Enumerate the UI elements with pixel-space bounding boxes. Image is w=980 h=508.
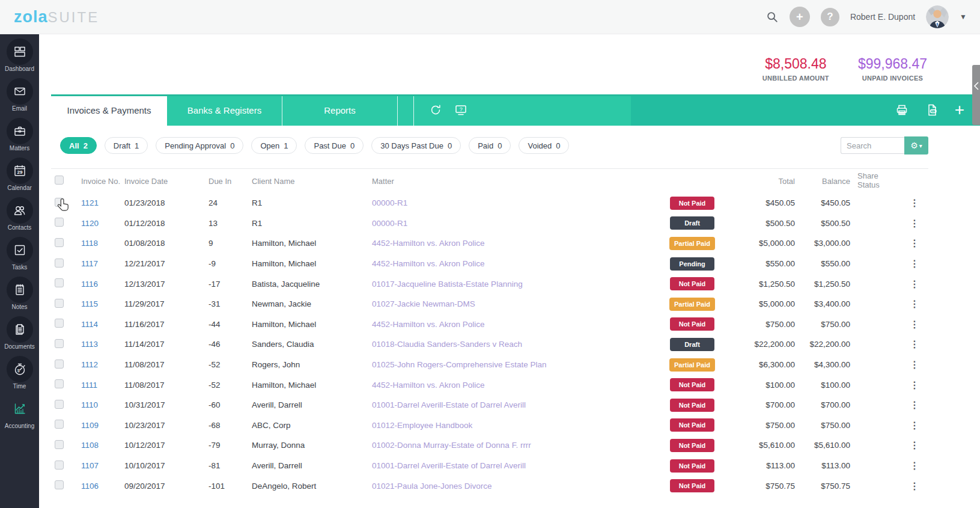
- invoice-link[interactable]: 1107: [81, 461, 99, 470]
- row-checkbox[interactable]: [55, 461, 64, 470]
- add-button[interactable]: +: [790, 7, 810, 27]
- matter-link[interactable]: 4452-Hamilton vs. Akron Police: [372, 239, 485, 248]
- filter-pending-approval[interactable]: Pending Approval0: [156, 137, 243, 154]
- sidebar-item-time[interactable]: $Time: [0, 356, 39, 396]
- help-button[interactable]: ?: [821, 8, 839, 26]
- row-checkbox[interactable]: [55, 420, 64, 429]
- filter-open[interactable]: Open1: [251, 137, 297, 154]
- refresh-icon[interactable]: [428, 103, 443, 117]
- avatar[interactable]: [926, 5, 949, 28]
- invoice-link[interactable]: 1116: [81, 280, 98, 289]
- filter-30-days-past-due[interactable]: 30 Days Past Due0: [371, 137, 461, 154]
- invoice-link[interactable]: 1106: [81, 482, 99, 491]
- invoice-link[interactable]: 1120: [81, 219, 99, 228]
- row-checkbox[interactable]: [55, 259, 64, 268]
- matter-link[interactable]: 01001-Darrel Averill-Estate of Darrel Av…: [372, 461, 526, 470]
- filter-all[interactable]: All2: [60, 137, 97, 154]
- matter-link[interactable]: 01018-Claudia Sanders-Sanders v Reach: [372, 340, 522, 349]
- invoice-link[interactable]: 1113: [81, 340, 98, 349]
- panel-collapse-handle[interactable]: [972, 65, 980, 125]
- matter-link[interactable]: 01002-Donna Murray-Estate of Donna F. rr…: [372, 441, 531, 450]
- row-menu-icon[interactable]: ⋮: [910, 420, 919, 430]
- tab-reports[interactable]: Reports: [282, 94, 398, 126]
- sidebar-item-dashboard[interactable]: Dashboard: [0, 38, 39, 78]
- new-invoice-icon[interactable]: +: [955, 103, 964, 117]
- row-checkbox[interactable]: [55, 440, 64, 449]
- row-menu-icon[interactable]: ⋮: [910, 218, 919, 228]
- row-menu-icon[interactable]: ⋮: [910, 360, 919, 370]
- row-menu-icon[interactable]: ⋮: [910, 380, 919, 390]
- row-menu-icon[interactable]: ⋮: [910, 481, 919, 491]
- invoice-link[interactable]: 1114: [81, 320, 98, 329]
- row-menu-icon[interactable]: ⋮: [910, 238, 919, 248]
- row-menu-icon[interactable]: ⋮: [910, 279, 919, 289]
- matter-link[interactable]: 4452-Hamilton vs. Akron Police: [372, 381, 485, 390]
- matter-link[interactable]: 01017-Jacqueline Batista-Estate Planning: [372, 280, 523, 289]
- row-checkbox[interactable]: [55, 218, 64, 227]
- row-checkbox[interactable]: [55, 480, 64, 489]
- row-menu-icon[interactable]: ⋮: [910, 299, 919, 309]
- matter-link[interactable]: 00000-R1: [372, 198, 407, 207]
- sidebar-item-notes[interactable]: Notes: [0, 277, 39, 316]
- print-icon[interactable]: [895, 103, 909, 117]
- filter-label: Open: [260, 141, 279, 150]
- filter-paid[interactable]: Paid0: [469, 137, 511, 154]
- invoice-link[interactable]: 1111: [81, 381, 97, 390]
- row-menu-icon[interactable]: ⋮: [910, 339, 919, 349]
- matter-link[interactable]: 4452-Hamilton vs. Akron Police: [372, 320, 485, 329]
- tab-banks-registers[interactable]: Banks & Registers: [167, 94, 282, 126]
- row-checkbox[interactable]: [55, 198, 64, 207]
- search-icon[interactable]: [765, 10, 779, 23]
- row-checkbox[interactable]: [55, 278, 64, 287]
- row-menu-icon[interactable]: ⋮: [910, 259, 919, 269]
- sidebar-item-calendar[interactable]: 29Calendar: [0, 158, 39, 197]
- sidebar-item-email[interactable]: Email: [0, 78, 39, 118]
- invoice-link[interactable]: 1115: [81, 299, 98, 308]
- row-checkbox[interactable]: [55, 400, 64, 409]
- invoice-link[interactable]: 1117: [81, 259, 98, 268]
- matter-link[interactable]: 01001-Darrel Averill-Estate of Darrel Av…: [372, 400, 526, 409]
- matter-link[interactable]: 01012-Employee Handbook: [372, 421, 472, 430]
- logo-primary: zola: [14, 8, 48, 26]
- row-menu-icon[interactable]: ⋮: [910, 440, 919, 450]
- matter-link[interactable]: 01027-Jackie Newman-DMS: [372, 299, 475, 308]
- invoice-link[interactable]: 1118: [81, 239, 98, 248]
- sidebar-item-accounting[interactable]: Accounting: [0, 396, 39, 435]
- row-menu-icon[interactable]: ⋮: [910, 319, 919, 329]
- invoice-link[interactable]: 1110: [81, 400, 98, 409]
- client-name: Sanders, Claudia: [248, 340, 368, 349]
- row-checkbox[interactable]: [55, 319, 64, 328]
- select-all-checkbox[interactable]: [55, 176, 64, 185]
- matter-link[interactable]: 01021-Paula Jone-Jones Divorce: [372, 482, 492, 491]
- row-checkbox[interactable]: [55, 379, 64, 388]
- tab-invoices-payments[interactable]: Invoices & Payments: [51, 94, 167, 126]
- user-menu-caret-icon[interactable]: ▼: [960, 13, 967, 21]
- invoice-link[interactable]: 1108: [81, 441, 99, 450]
- invoice-link[interactable]: 1112: [81, 360, 98, 369]
- row-checkbox[interactable]: [55, 360, 64, 369]
- screen-help-icon[interactable]: ?: [454, 103, 468, 117]
- invoice-link[interactable]: 1109: [81, 421, 99, 430]
- filter-draft[interactable]: Draft1: [105, 137, 148, 154]
- row-menu-icon[interactable]: ⋮: [910, 400, 919, 410]
- sidebar-item-contacts[interactable]: Contacts: [0, 197, 39, 237]
- matter-link[interactable]: 00000-R1: [372, 219, 407, 228]
- row-menu-icon[interactable]: ⋮: [910, 461, 919, 471]
- row-menu-icon[interactable]: ⋮: [910, 198, 919, 208]
- sidebar-item-matters[interactable]: Matters: [0, 118, 39, 158]
- row-checkbox[interactable]: [55, 339, 64, 348]
- due-in: 9: [205, 239, 248, 248]
- filter-voided[interactable]: Voided0: [519, 137, 569, 154]
- sidebar-item-label: Matters: [10, 145, 29, 151]
- matter-link[interactable]: 01025-John Rogers-Comprehensive Estate P…: [372, 360, 546, 369]
- search-settings-button[interactable]: ⚙▾: [904, 136, 928, 155]
- matter-link[interactable]: 4452-Hamilton vs. Akron Police: [372, 259, 485, 268]
- invoice-link[interactable]: 1121: [81, 198, 99, 207]
- sidebar-item-tasks[interactable]: Tasks: [0, 237, 39, 277]
- sidebar-item-documents[interactable]: Documents: [0, 316, 39, 356]
- search-input[interactable]: [841, 137, 904, 154]
- filter-past-due[interactable]: Past Due0: [305, 137, 364, 154]
- row-checkbox[interactable]: [55, 238, 64, 247]
- export-xls-icon[interactable]: XLS: [925, 103, 939, 117]
- row-checkbox[interactable]: [55, 299, 64, 308]
